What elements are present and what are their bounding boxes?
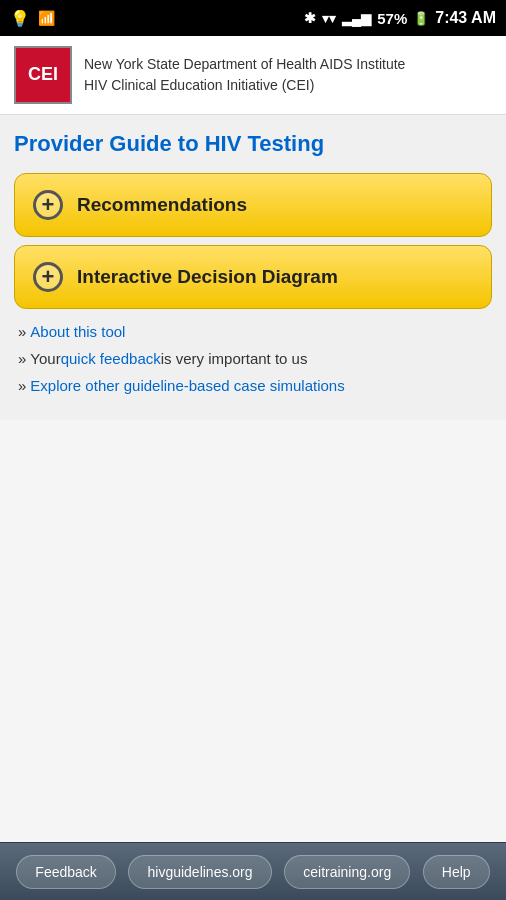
org-line2: HIV Clinical Education Initiative (CEI) (84, 75, 405, 96)
wifi-icon: 📶 (38, 10, 55, 26)
org-line1: New York State Department of Health AIDS… (84, 54, 405, 75)
status-left-icons: 💡 📶 (10, 9, 55, 28)
links-section: » About this tool » Your quick feedback … (14, 323, 492, 394)
hivguidelines-nav-button[interactable]: hivguidelines.org (128, 855, 271, 889)
battery-icon: 🔋 (413, 11, 429, 26)
recommendations-plus-icon (33, 190, 63, 220)
about-link-row: » About this tool (18, 323, 492, 340)
status-bar: 💡 📶 ✱ ▾▾ ▂▄▆ 57% 🔋 7:43 AM (0, 0, 506, 36)
page-title: Provider Guide to HIV Testing (14, 131, 492, 157)
explore-chevron: » (18, 377, 26, 394)
lamp-icon: 💡 (10, 9, 30, 28)
quick-feedback-link[interactable]: quick feedback (61, 350, 161, 367)
main-content: Provider Guide to HIV Testing Recommenda… (0, 115, 506, 420)
about-link[interactable]: About this tool (30, 323, 125, 340)
recommendations-label: Recommendations (77, 194, 247, 216)
wifi-strength-icon: ▾▾ (322, 11, 336, 26)
time-display: 7:43 AM (435, 9, 496, 27)
interactive-decision-diagram-button[interactable]: Interactive Decision Diagram (14, 245, 492, 309)
explore-link[interactable]: Explore other guideline-based case simul… (30, 377, 344, 394)
signal-icon: ▂▄▆ (342, 11, 371, 26)
bluetooth-icon: ✱ (304, 10, 316, 26)
explore-link-row: » Explore other guideline-based case sim… (18, 377, 492, 394)
app-header: CEI New York State Department of Health … (0, 36, 506, 115)
about-chevron: » (18, 323, 26, 340)
diagram-plus-icon (33, 262, 63, 292)
recommendations-button[interactable]: Recommendations (14, 173, 492, 237)
bottom-nav: Feedback hivguidelines.org ceitraining.o… (0, 842, 506, 900)
logo-text: CEI (28, 65, 58, 85)
help-nav-button[interactable]: Help (423, 855, 490, 889)
header-text: New York State Department of Health AIDS… (84, 54, 405, 96)
feedback-chevron: » (18, 350, 26, 367)
feedback-nav-button[interactable]: Feedback (16, 855, 115, 889)
feedback-pre-text: Your (30, 350, 60, 367)
diagram-label: Interactive Decision Diagram (77, 266, 338, 288)
feedback-link-row: » Your quick feedback is very important … (18, 350, 492, 367)
logo-box: CEI (14, 46, 72, 104)
status-right: ✱ ▾▾ ▂▄▆ 57% 🔋 7:43 AM (304, 9, 496, 27)
ceitraining-nav-button[interactable]: ceitraining.org (284, 855, 410, 889)
feedback-suffix: is very important to us (161, 350, 308, 367)
battery-percent: 57% (377, 10, 407, 27)
